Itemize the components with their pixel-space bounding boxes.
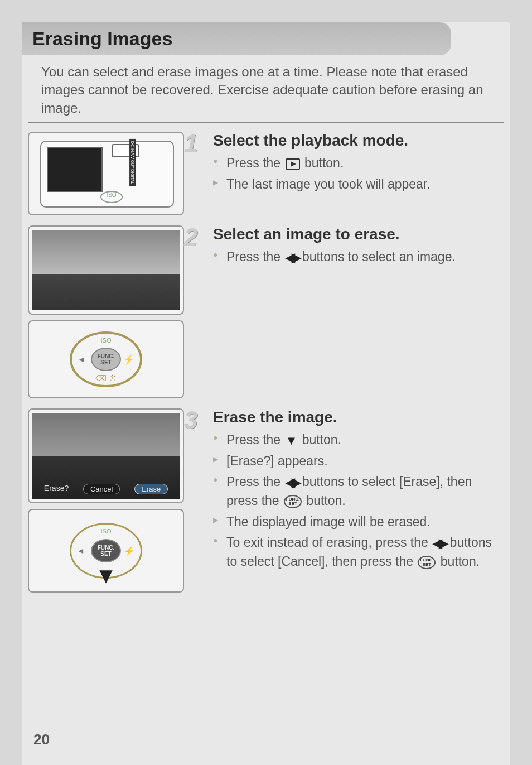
dial-right-icon: ⚡ [123, 354, 134, 365]
dial-illustration: ISO ◄ FUNC. SET ⚡ ⌫ ⏱ [28, 320, 184, 398]
left-right-arrows-icon: ◀▶ [286, 249, 298, 267]
page-number: 20 [33, 731, 50, 748]
dial-down-icon: ⌫ ⏱ [95, 374, 117, 383]
camera-side-label: DC IN A/V OUT DIGITAL [129, 139, 136, 186]
step-3-bullet-4: The displayed image will be erased. [213, 512, 504, 532]
step-3-bullet-5: To exit instead of erasing, press the ◀▶… [213, 532, 504, 572]
dial-down-illustration: ISO ◄ FUNC. SET ⚡ ▼ [28, 509, 184, 593]
left-right-arrows-icon: ◀▶ [286, 474, 298, 492]
step-3: Erase? Cancel Erase ISO ◄ FUNC. SET [28, 408, 504, 598]
step-2-title: Select an image to erase. [213, 225, 504, 243]
step-2-bullet-1: Press the ◀▶ buttons to select an image. [213, 247, 504, 268]
content-area: DC IN A/V OUT DIGITAL ISO 1 Select the p… [22, 123, 510, 598]
dial2-center: FUNC. SET [91, 539, 121, 562]
dial-left-icon: ◄ [78, 355, 85, 364]
dial2-iso-label: ISO [101, 528, 112, 535]
section-title: Erasing Images [32, 28, 441, 50]
intro-text: You can select and erase images one at a… [28, 55, 504, 123]
manual-page: Erasing Images You can select and erase … [22, 22, 510, 765]
down-arrow-icon: ▼ [286, 432, 298, 450]
step-3-bullet-2: [Erase?] appears. [213, 451, 504, 471]
left-right-arrows-icon: ◀▶ [433, 535, 445, 552]
step-3-bullet-1: Press the ▼ button. [213, 430, 504, 451]
dial2-right-icon: ⚡ [124, 546, 135, 556]
playback-icon [286, 158, 300, 170]
camera-iso-label: ISO [100, 191, 123, 203]
step-1-title: Select the playback mode. [213, 132, 504, 150]
dial2-left-icon: ◄ [77, 546, 85, 555]
erase-prompt: Erase? [44, 484, 69, 494]
dial-iso-label: ISO [101, 337, 112, 344]
func-set-icon: FUNC.SET [284, 495, 302, 508]
erase-option: Erase [134, 484, 168, 494]
cancel-option: Cancel [83, 484, 120, 494]
big-down-arrow-icon: ▼ [95, 563, 117, 588]
section-header: Erasing Images [22, 22, 451, 55]
step-1-bullet-1: Press the button. [213, 153, 504, 174]
camera-illustration: DC IN A/V OUT DIGITAL ISO [28, 132, 184, 215]
step-2: ISO ◄ FUNC. SET ⚡ ⌫ ⏱ 2 Select an image … [28, 225, 504, 404]
dial-center: FUNC. SET [91, 348, 121, 371]
step-3-title: Erase the image. [213, 408, 504, 426]
step-number-1: 1 [184, 129, 197, 157]
step-1: DC IN A/V OUT DIGITAL ISO 1 Select the p… [28, 132, 504, 221]
erase-screen-illustration: Erase? Cancel Erase [28, 408, 184, 503]
step-number-2: 2 [184, 223, 197, 251]
step-number-3: 3 [184, 406, 197, 434]
func-set-icon: FUNC.SET [418, 556, 436, 569]
step-3-bullet-3: Press the ◀▶ buttons to select [Erase], … [213, 471, 504, 511]
photo-illustration [28, 225, 184, 315]
step-1-bullet-2: The last image you took will appear. [213, 174, 504, 195]
